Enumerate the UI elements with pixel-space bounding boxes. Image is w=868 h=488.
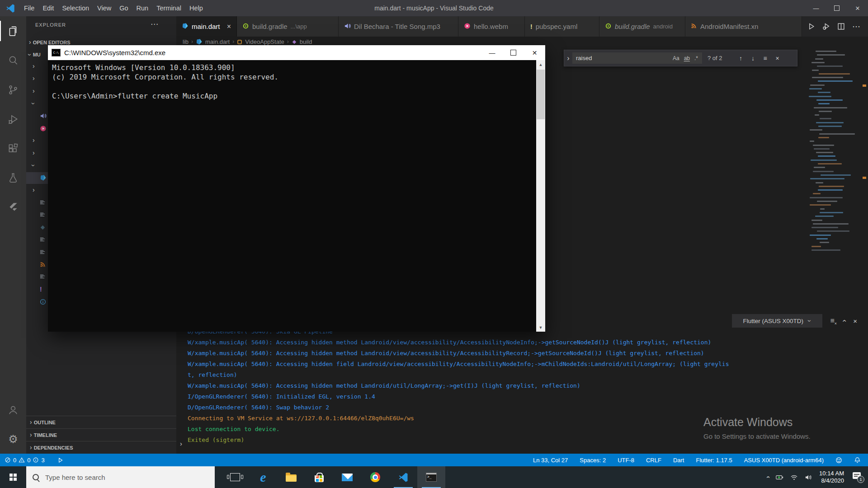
breadcrumb-item[interactable]: main.dart xyxy=(205,38,230,45)
run-icon[interactable] xyxy=(807,23,815,30)
tab-build-gradle[interactable]: build.gradle...\app xyxy=(237,16,339,37)
menu-go[interactable]: Go xyxy=(115,0,132,16)
status-item[interactable]: UTF-8 xyxy=(618,457,634,464)
chevron-right-icon: › xyxy=(30,419,32,425)
explorer-more-actions-icon[interactable]: ⋯ xyxy=(151,19,158,29)
source-control-icon[interactable] xyxy=(0,75,26,104)
status-item[interactable]: Spaces: 2 xyxy=(580,457,606,464)
extensions-icon[interactable] xyxy=(0,134,26,163)
maximize-panel-icon[interactable]: › xyxy=(840,319,848,322)
scroll-up-icon[interactable]: ▲ xyxy=(536,60,545,69)
find-expand-icon[interactable]: › xyxy=(564,54,572,62)
breadcrumb-item[interactable]: lib xyxy=(183,38,189,45)
tab-label: Dil Bechara - Title Song.mp3 xyxy=(354,23,440,30)
more-actions-icon[interactable]: ⋯ xyxy=(852,22,861,32)
breadcrumb-item[interactable]: build xyxy=(300,38,312,45)
close-icon[interactable]: × xyxy=(227,23,231,31)
vscode-button[interactable] xyxy=(389,466,417,488)
find-in-selection-icon[interactable]: ≡ xyxy=(759,55,771,62)
tab-androidmanifest-xn[interactable]: AndroidManifest.xn xyxy=(685,16,802,37)
minimap[interactable] xyxy=(807,51,861,256)
chevron-right-icon: › xyxy=(33,137,35,143)
timeline-section[interactable]: › TIMELINE xyxy=(26,428,176,441)
file-explorer-button[interactable] xyxy=(277,466,305,488)
search-icon[interactable] xyxy=(0,46,26,75)
taskbar-clock[interactable]: 10:14 AM 8/4/2020 xyxy=(819,470,844,485)
status-item[interactable]: Flutter: 1.17.5 xyxy=(696,457,732,464)
cmd-scrollbar[interactable]: ▲ ▼ xyxy=(536,60,545,332)
tray-expand-icon[interactable]: › xyxy=(764,476,772,479)
match-case-icon[interactable]: Aa xyxy=(670,55,682,61)
menu-edit[interactable]: Edit xyxy=(38,0,58,16)
wifi-icon[interactable] xyxy=(790,474,798,481)
close-icon[interactable]: ✕ xyxy=(524,45,545,60)
volume-icon[interactable] xyxy=(805,474,812,481)
clear-output-icon[interactable]: ≡ xyxy=(830,317,835,325)
bell-icon[interactable] xyxy=(854,457,861,464)
maximize-icon[interactable] xyxy=(503,45,524,60)
tab-dil-bechara-title-song-mp3[interactable]: Dil Bechara - Title Song.mp3 xyxy=(339,16,458,37)
menu-run[interactable]: Run xyxy=(132,0,153,16)
close-icon[interactable]: ✕ xyxy=(847,0,868,16)
edge-button[interactable]: e xyxy=(249,466,277,488)
start-button[interactable] xyxy=(0,466,26,488)
minimize-icon[interactable]: ― xyxy=(481,45,503,60)
settings-gear-icon[interactable]: ⚙ xyxy=(0,424,26,454)
taskbar-search-input[interactable] xyxy=(44,473,191,482)
chevron-right-icon: › xyxy=(29,39,31,45)
whole-word-icon[interactable]: ab xyxy=(682,55,692,61)
chevron-right-icon: › xyxy=(30,444,32,450)
cmd-icon xyxy=(426,473,437,482)
flutter-icon[interactable] xyxy=(0,192,26,222)
split-editor-icon[interactable] xyxy=(837,23,845,30)
next-match-icon[interactable]: ↓ xyxy=(747,55,759,62)
account-icon[interactable] xyxy=(0,395,26,424)
menu-view[interactable]: View xyxy=(93,0,115,16)
menu-file[interactable]: File xyxy=(20,0,38,16)
terminal-device-dropdown[interactable]: Flutter (ASUS X00TD) › xyxy=(732,314,822,328)
battery-icon[interactable] xyxy=(776,474,783,481)
problems-indicator[interactable]: 0 0 3 xyxy=(0,457,45,464)
scroll-down-icon[interactable]: ▼ xyxy=(536,323,545,332)
close-panel-icon[interactable]: × xyxy=(853,317,857,325)
status-item[interactable]: ASUS X00TD (android-arm64) xyxy=(744,457,824,464)
close-icon[interactable]: × xyxy=(771,55,783,62)
tab-pubspec-yaml[interactable]: !pubspec.yaml xyxy=(525,16,599,37)
action-center-button[interactable]: 1 xyxy=(853,472,863,482)
breadcrumb-item[interactable]: VideoAppState xyxy=(245,38,284,45)
status-run-icon[interactable] xyxy=(57,457,63,463)
scrollbar-thumb[interactable] xyxy=(537,70,545,119)
menu-help[interactable]: Help xyxy=(185,0,207,16)
previous-match-icon[interactable]: ↑ xyxy=(735,55,747,62)
maximize-icon[interactable] xyxy=(826,0,847,16)
tab-main-dart[interactable]: main.dart× xyxy=(176,16,237,37)
minimap-line xyxy=(810,178,845,179)
testing-icon[interactable] xyxy=(0,163,26,192)
dependencies-section[interactable]: › DEPENDENCIES xyxy=(26,441,176,454)
vscode-titlebar: FileEditSelectionViewGoRunTerminalHelp m… xyxy=(0,0,868,16)
run-debug-icon[interactable] xyxy=(822,23,830,30)
status-item[interactable]: CRLF xyxy=(646,457,661,464)
tab-build-gradle[interactable]: build.gradleandroid xyxy=(599,16,685,37)
cmd-titlebar[interactable]: C:\WINDOWS\system32\cmd.exe ― ✕ xyxy=(48,45,545,60)
chrome-button[interactable] xyxy=(361,466,389,488)
store-button[interactable] xyxy=(305,466,333,488)
run-debug-icon[interactable] xyxy=(0,104,26,134)
regex-icon[interactable]: .* xyxy=(692,55,700,61)
outline-section[interactable]: › OUTLINE xyxy=(26,416,176,429)
cmd-taskbar-button[interactable] xyxy=(417,466,445,488)
explorer-icon[interactable] xyxy=(0,16,26,46)
cmd-window[interactable]: C:\WINDOWS\system32\cmd.exe ― ✕ Microsof… xyxy=(48,45,545,332)
menu-selection[interactable]: Selection xyxy=(58,0,93,16)
task-view-button[interactable] xyxy=(221,466,249,488)
status-item[interactable]: Ln 33, Col 27 xyxy=(533,457,568,464)
feedback-icon[interactable] xyxy=(835,457,842,464)
find-input[interactable] xyxy=(575,54,670,62)
errors-icon xyxy=(5,457,11,463)
minimize-icon[interactable]: ― xyxy=(806,0,826,16)
menu-terminal[interactable]: Terminal xyxy=(152,0,185,16)
status-item[interactable]: Dart xyxy=(673,457,684,464)
tab-hello-webm[interactable]: hello.webm xyxy=(458,16,525,37)
mail-button[interactable] xyxy=(333,466,361,488)
taskbar-search[interactable] xyxy=(26,466,215,488)
